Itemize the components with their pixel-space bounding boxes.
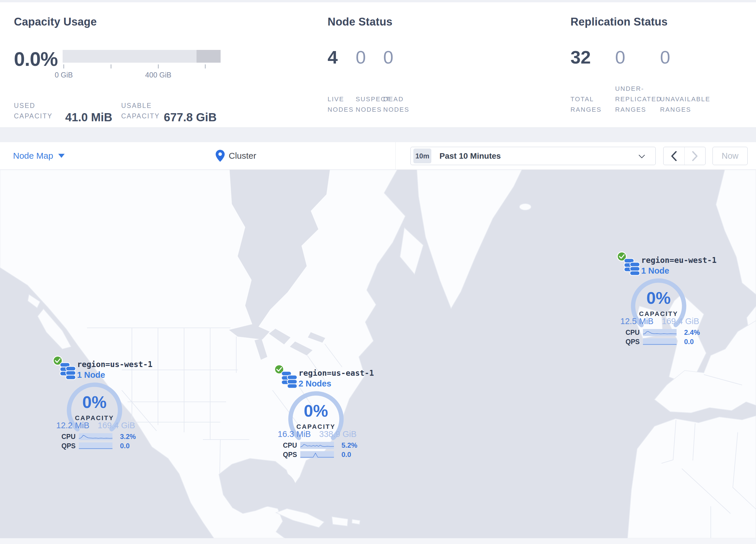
node-status-title: Node Status (328, 16, 392, 28)
capacity-percent: 0% (287, 401, 345, 420)
used-capacity: 16.3 MiB (278, 429, 311, 439)
toolbar-divider (395, 142, 396, 169)
label-line: DEAD (383, 94, 409, 104)
cpu-value: 5.2% (341, 441, 357, 449)
region-name: region=us-east-1 (299, 369, 374, 378)
qps-value: 0.0 (120, 442, 130, 450)
dead-nodes-label: DEAD NODES (383, 94, 409, 115)
database-stack-icon (281, 371, 297, 390)
qps-row: QPS 0.0 (61, 442, 137, 450)
cpu-value: 3.2% (120, 433, 136, 441)
cpu-sparkline (79, 433, 112, 440)
usable-capacity: 169.4 GiB (662, 317, 699, 326)
usable-capacity: 169.4 GiB (98, 421, 135, 430)
under-replicated-ranges-value: 0 (615, 48, 661, 66)
region-node-count-link[interactable]: 1 Node (77, 370, 105, 380)
capacity-bar-track (63, 50, 221, 63)
used-capacity-label-line: USED (14, 100, 52, 111)
cluster-summary-card: Capacity Usage 0.0% 0 GiB 400 GiB USED C… (0, 2, 756, 128)
label-line: RANGES (615, 104, 662, 115)
qps-value: 0.0 (684, 338, 694, 346)
node-status-section: Node Status 4 LIVE NODES 0 SUSPECT NODES… (328, 2, 559, 128)
view-selector-label: Node Map (13, 151, 53, 161)
qps-label: QPS (61, 442, 79, 450)
used-capacity: 12.2 MiB (56, 421, 89, 430)
total-ranges-value: 32 (570, 48, 617, 66)
qps-label: QPS (626, 338, 643, 346)
capacity-values: 12.5 MiB 169.4 GiB (620, 317, 699, 326)
replication-status-title: Replication Status (570, 16, 668, 28)
qps-row: QPS 0.0 (626, 338, 701, 346)
breadcrumb-label: Cluster (229, 151, 256, 161)
capacity-donut: 0% CAPACITY (287, 390, 345, 448)
dead-nodes-metric: 0 DEAD NODES (383, 48, 430, 118)
capacity-percent: 0% (630, 288, 688, 308)
database-stack-icon (60, 362, 76, 381)
qps-sparkline (300, 451, 334, 458)
capacity-usage-title: Capacity Usage (14, 16, 97, 28)
capacity-usage-section: Capacity Usage 0.0% 0 GiB 400 GiB USED C… (14, 2, 315, 128)
label-line: NODES (328, 104, 354, 115)
time-range-label: Past 10 Minutes (439, 151, 501, 161)
qps-row: QPS 0.0 (283, 451, 358, 458)
label-line: LIVE (328, 94, 354, 104)
world-map (0, 170, 756, 538)
dead-nodes-value: 0 (383, 48, 430, 66)
cpu-value: 2.4% (684, 329, 700, 337)
used-capacity-label: USED CAPACITY (14, 100, 52, 121)
map-toolbar: Node Map Cluster 10m Past 10 Minutes Now (0, 142, 756, 170)
capacity-values: 12.2 MiB 169.4 GiB (56, 421, 135, 430)
time-forward-button[interactable] (684, 147, 706, 165)
usable-capacity-label: USABLE CAPACITY (121, 100, 160, 121)
time-pager (663, 147, 706, 165)
usable-capacity: 338.9 GiB (319, 429, 357, 439)
axis-tick (158, 64, 159, 68)
now-button[interactable]: Now (713, 147, 748, 165)
region-marker-us-east-1[interactable]: region=us-east-1 2 Nodes 0% CAPACITY 16.… (274, 364, 364, 464)
chevron-down-icon (639, 155, 645, 158)
capacity-donut: 0% CAPACITY (630, 277, 688, 335)
qps-value: 0.0 (341, 451, 351, 459)
capacity-bar-reserved-segment (197, 50, 221, 63)
breadcrumb[interactable]: Cluster (216, 142, 256, 169)
used-capacity-value: 41.0 MiB (65, 111, 112, 124)
node-map[interactable]: region=us-west-1 1 Node 0% CAPACITY 12.2… (0, 170, 756, 538)
used-capacity-label-line: CAPACITY (14, 111, 52, 121)
database-stack-icon (624, 258, 640, 277)
cpu-row: CPU 2.4% (626, 329, 701, 336)
region-node-count-link[interactable]: 1 Node (641, 266, 669, 276)
axis-tick (63, 64, 64, 68)
cpu-sparkline (300, 442, 334, 449)
cpu-sparkline (643, 329, 677, 336)
axis-tick-label: 0 GiB (55, 71, 73, 79)
qps-label: QPS (283, 451, 300, 459)
cpu-label: CPU (283, 442, 300, 449)
region-marker-eu-west-1[interactable]: region=eu-west-1 1 Node 0% CAPACITY 12.5… (616, 251, 706, 351)
used-capacity: 12.5 MiB (620, 317, 653, 326)
axis-tick (205, 64, 206, 68)
chevron-left-icon (671, 151, 677, 161)
region-name: region=us-west-1 (77, 360, 152, 369)
label-line: UNAVAILABLE (660, 94, 710, 104)
label-line: RANGES (660, 104, 710, 115)
time-back-button[interactable] (664, 147, 684, 165)
view-selector-dropdown[interactable]: Node Map (13, 142, 65, 169)
total-ranges-label: TOTAL RANGES (570, 94, 601, 115)
region-name: region=eu-west-1 (641, 255, 717, 264)
qps-sparkline (643, 338, 677, 345)
label-line: UNDER- (615, 84, 662, 94)
region-marker-us-west-1[interactable]: region=us-west-1 1 Node 0% CAPACITY 12.2… (52, 355, 142, 455)
cpu-label: CPU (61, 433, 79, 441)
location-pin-icon (216, 150, 225, 162)
capacity-donut: 0% CAPACITY (66, 381, 123, 439)
caret-down-icon (58, 154, 65, 158)
cpu-row: CPU 3.2% (61, 433, 137, 440)
usable-capacity-label-line: CAPACITY (121, 111, 160, 121)
time-range-select[interactable]: 10m Past 10 Minutes (410, 147, 656, 165)
time-range-badge: 10m (413, 148, 431, 163)
replication-status-section: Replication Status 32 TOTAL RANGES 0 UND… (570, 2, 750, 128)
capacity-values: 16.3 MiB 338.9 GiB (278, 429, 357, 439)
cpu-row: CPU 5.2% (283, 442, 358, 449)
region-node-count-link[interactable]: 2 Nodes (299, 379, 331, 389)
cpu-label: CPU (626, 329, 643, 337)
